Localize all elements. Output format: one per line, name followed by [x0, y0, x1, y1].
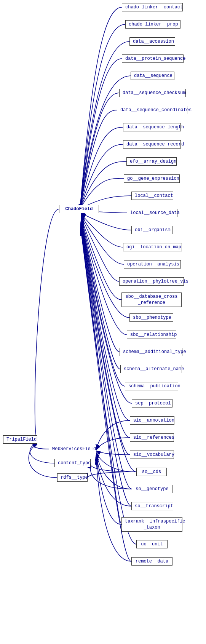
data-sequence-length-node: data__sequence_length	[123, 123, 181, 131]
so-genotype-node: so__genotype	[132, 485, 172, 493]
chado-linker-prop-node: chado_linker__prop	[125, 20, 180, 29]
arrow-so-genotype-to-content	[90, 464, 132, 489]
schema-alternate-name-node: schema__alternate_name	[120, 365, 182, 373]
arrow-sio-vocabulary	[81, 225, 130, 455]
rdfs-type-node: rdfs__type	[57, 473, 88, 482]
taxrank-infraspecific-taxon-node: taxrank__infraspecific_taxon	[121, 517, 182, 532]
arrow-sio-annotation-to-web	[96, 420, 130, 449]
arrow-so-cds-to-rdfs	[88, 472, 136, 478]
arrow-chado-linker-prop	[80, 24, 125, 209]
arrow-ogi-location-on-map	[81, 214, 123, 247]
content-type-node: content_type	[54, 459, 91, 467]
arrow-sbo-database-cross-reference	[81, 218, 121, 300]
obi-organism-node: obi__organism	[131, 226, 172, 234]
arrow-so-transcript-to-web	[96, 455, 131, 506]
arrow-data-protein-sequence	[80, 59, 122, 209]
operation-phylotree-vis-node: operation__phylotree_vis	[119, 277, 184, 286]
arrow-chado-linker-contact	[80, 7, 122, 209]
arrow-efo-array-design	[80, 161, 126, 209]
arrow-data-sequence-length	[80, 127, 123, 209]
arrow-remote-to-web	[96, 460, 131, 561]
efo-array-design-node: efo__array_design	[126, 157, 177, 166]
arrow-so-genotype-to-web	[96, 454, 132, 489]
data-sequence-checksum-node: data__sequence_checksum	[119, 89, 186, 97]
sbo-database-cross-reference-node: sbo__database_cross_reference	[121, 292, 182, 307]
arrow-sio-references	[81, 225, 130, 438]
sio-references-node: sio__references	[130, 433, 174, 442]
arrow-operation-analysis	[81, 215, 124, 264]
data-protein-sequence-node: data__protein_sequence	[122, 54, 184, 63]
ogi-location-on-map-node: ogi__location_on_map	[123, 243, 182, 251]
go-gene-expression-node: go__gene_expression	[124, 174, 180, 183]
operation-analysis-node: operation__analysis	[124, 260, 181, 268]
data-accession-node: data__accession	[129, 37, 175, 46]
arrow-schema-alternate-name	[81, 222, 120, 369]
so-cds-node: so__cds	[136, 468, 167, 476]
local-source-data-node: local__source_data	[127, 209, 177, 217]
sbo-phenotype-node: sbo__phenotype	[129, 313, 173, 322]
arrow-obi-organism	[81, 213, 131, 230]
web-services-field-node: WebServicesField	[49, 445, 96, 453]
arrow-schema-additional-type	[81, 221, 120, 352]
arrow-so-cds-to-content	[90, 463, 136, 472]
arrow-data-sequence-record	[80, 144, 123, 209]
arrow-data-sequence-checksum	[80, 93, 119, 209]
data-sequence-record-node: data__sequence_record	[123, 140, 181, 149]
tripal-field-node: TripalField	[3, 435, 37, 444]
sep-protocol-node: sep__protocol	[132, 399, 172, 407]
sbo-relationship-node: sbo__relationship	[127, 331, 176, 339]
arrow-taxrank-to-web	[96, 457, 121, 524]
arrow-operation-phylotree-vis	[81, 216, 119, 281]
data-sequence-node: data__sequence	[131, 72, 174, 80]
arrow-sio-vocabulary-to-web	[96, 451, 130, 455]
arrow-data-sequence-coordinates	[80, 110, 117, 209]
arrow-chado-to-tripal	[35, 209, 59, 439]
remote-data-node: remote__data	[131, 557, 172, 566]
arrow-sio-references-to-web	[96, 438, 130, 450]
sio-annotation-node: sio__annotation	[130, 416, 174, 425]
chado-linker-contact-node: chado_linker__contact	[122, 3, 183, 11]
schema-additional-type-node: schema__additional_type	[120, 348, 182, 356]
sio-vocabulary-node: sio__vocabulary	[130, 451, 174, 459]
arrow-sio-annotation	[81, 224, 130, 420]
uo-unit-node: uo__unit	[136, 540, 168, 548]
schema-publication-node: schema__publication	[125, 382, 178, 390]
data-sequence-coordinates-node: data__sequence_coordinates	[117, 106, 187, 114]
diagram-container: ChadoField TripalField WebServicesField …	[0, 0, 206, 644]
so-transcript-node: so__transcript	[131, 502, 173, 510]
arrow-schema-publication	[81, 222, 125, 386]
arrow-go-gene-expression	[80, 179, 124, 209]
arrow-data-accession	[80, 42, 129, 209]
local-contact-node: local__contact	[131, 192, 173, 200]
chado-field-node: ChadoField	[59, 205, 99, 213]
